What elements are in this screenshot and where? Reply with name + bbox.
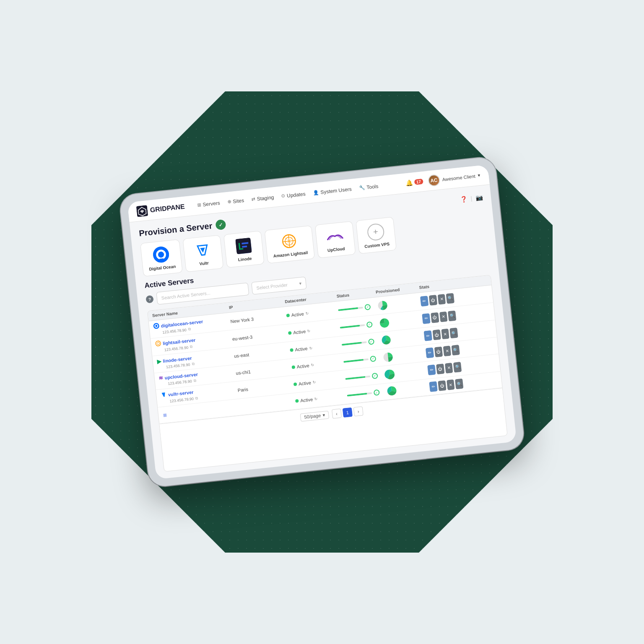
main-content: Provision a Server ✓ ❓ | 📷: [130, 184, 517, 479]
delete-btn-do[interactable]: ✕: [437, 294, 446, 305]
video-icon[interactable]: 📷: [475, 194, 483, 201]
search-btn-vultr[interactable]: 🔍: [453, 361, 462, 372]
linode-logo-icon: L: [235, 237, 252, 254]
svg-rect-4: [158, 260, 161, 262]
edit-btn-ls[interactable]: ✏: [422, 313, 430, 324]
check-circle-linode: ✓: [368, 338, 374, 345]
provider-card-custom[interactable]: + Custom VPS: [356, 217, 397, 254]
delete-btn-linode[interactable]: ✕: [441, 329, 449, 340]
user-name: Awesome Client: [442, 173, 475, 182]
pie-chart-upcloud[interactable]: [382, 351, 394, 363]
upcloud-provider-icon: ≋: [158, 375, 163, 381]
datacenter-ls: eu-west-3: [232, 331, 287, 342]
nav-item-system-users[interactable]: 👤 System Users: [313, 186, 352, 196]
svg-point-21: [157, 342, 160, 345]
active-servers-section: Active Servers ? Search Active Servers..…: [144, 246, 508, 472]
copy-icon-upcloud[interactable]: ⧉: [193, 378, 196, 383]
delete-btn-extra[interactable]: ✕: [447, 379, 455, 390]
check-circle-extra: ✓: [374, 390, 380, 396]
provider-card-upcloud[interactable]: UpCloud: [314, 221, 356, 258]
delete-btn-ls[interactable]: ✕: [439, 311, 448, 322]
search-btn-extra[interactable]: 🔍: [455, 379, 463, 390]
provider-card-linode[interactable]: L Linode: [223, 231, 265, 268]
status-text-do: Active: [291, 311, 304, 317]
custom-vps-circle-icon: +: [366, 223, 385, 241]
nav-item-sites[interactable]: ⊕ Sites: [227, 197, 244, 205]
copy-icon-linode[interactable]: ⧉: [192, 361, 195, 366]
section-title: Active Servers: [144, 276, 195, 290]
svg-point-17: [153, 323, 159, 329]
staging-icon: ⇄: [251, 196, 255, 202]
edit-btn-vultr[interactable]: ✏: [427, 364, 436, 375]
power-btn-upcloud[interactable]: ⏻: [434, 346, 442, 357]
search-btn-upcloud[interactable]: 🔍: [452, 345, 460, 356]
refresh-icon-vultr[interactable]: ↻: [312, 380, 316, 384]
search-btn-linode[interactable]: 🔍: [450, 327, 458, 338]
info-icon[interactable]: ?: [145, 295, 154, 304]
per-page-selector[interactable]: 50/page ▾: [300, 410, 329, 421]
title-check-icon: ✓: [215, 219, 226, 230]
power-btn-extra[interactable]: ⏻: [438, 380, 446, 391]
custom-vps-logo: +: [366, 223, 385, 241]
sites-label: Sites: [233, 197, 244, 204]
power-btn-linode[interactable]: ⏻: [432, 330, 441, 340]
th-status: Status: [336, 290, 374, 299]
nav-item-servers[interactable]: ⊞ Servers: [197, 200, 221, 208]
pie-chart-extra[interactable]: [386, 385, 398, 397]
status-text-extra: Active: [300, 397, 313, 403]
linode-logo: L: [234, 236, 253, 255]
refresh-icon-upcloud[interactable]: ↻: [311, 363, 314, 367]
search-btn-ls[interactable]: 🔍: [448, 310, 456, 321]
power-btn-do[interactable]: ⏻: [429, 295, 437, 306]
pie-chart-vultr[interactable]: [384, 368, 396, 380]
pie-chart-linode[interactable]: [380, 334, 392, 346]
refresh-icon-linode[interactable]: ↻: [309, 346, 313, 351]
servers-icon: ⊞: [197, 202, 201, 208]
stats-ls: [379, 314, 421, 329]
nav-item-staging[interactable]: ⇄ Staging: [251, 194, 274, 203]
provider-select[interactable]: Select Provider ▾: [251, 277, 306, 295]
copy-icon-do[interactable]: ⧉: [188, 327, 191, 332]
status-text-vultr: Active: [298, 380, 311, 386]
actions-linode: ✏ ⏻ ✕ 🔍: [424, 327, 458, 341]
nav-item-updates[interactable]: ⊙ Updates: [281, 191, 306, 199]
search-btn-do[interactable]: 🔍: [446, 293, 454, 304]
edit-btn-do[interactable]: ✏: [420, 296, 428, 306]
refresh-icon-ls[interactable]: ↻: [307, 328, 311, 333]
edit-btn-upcloud[interactable]: ✏: [426, 347, 434, 358]
copy-icon-ls[interactable]: ⧉: [190, 345, 193, 350]
provisioned-do: ✓: [338, 303, 376, 313]
provider-card-vultr[interactable]: Vultr: [182, 235, 223, 272]
pie-chart-do[interactable]: [377, 299, 389, 312]
edit-btn-extra[interactable]: ✏: [429, 381, 437, 392]
status-text-upcloud: Active: [296, 363, 309, 369]
stats-upcloud: [382, 348, 425, 363]
copy-icon-vultr[interactable]: ⧉: [195, 396, 198, 401]
provider-card-digitalocean[interactable]: Digital Ocean: [140, 239, 183, 277]
prev-page-btn[interactable]: ‹: [332, 408, 342, 418]
refresh-icon-do[interactable]: ↻: [305, 311, 309, 316]
stats-extra: [386, 382, 428, 397]
linode-name: Linode: [238, 256, 252, 262]
help-icon[interactable]: ❓: [460, 195, 468, 203]
edit-btn-linode[interactable]: ✏: [424, 330, 432, 341]
power-btn-vultr[interactable]: ⏻: [436, 364, 444, 374]
nav-right: 🔔 17 AC Awesome Client ▾: [405, 169, 481, 189]
nav-item-tools[interactable]: 🔧 Tools: [359, 183, 379, 191]
custom-vps-name: Custom VPS: [364, 242, 390, 249]
notifications[interactable]: 🔔 17: [405, 178, 423, 187]
power-btn-ls[interactable]: ⏻: [431, 312, 439, 323]
page-1-btn[interactable]: 1: [343, 408, 353, 418]
delete-btn-vultr[interactable]: ✕: [444, 363, 453, 374]
provider-card-lightsail[interactable]: Amazon Lightsail: [264, 225, 315, 263]
status-dot-extra: [295, 399, 299, 403]
vultr-name: Vultr: [199, 260, 209, 266]
user-menu[interactable]: AC Awesome Client ▾: [427, 169, 481, 187]
next-page-btn[interactable]: ›: [353, 406, 364, 416]
delete-btn-upcloud[interactable]: ✕: [443, 345, 451, 356]
status-vultr: Active ↻: [293, 377, 344, 387]
refresh-icon-extra[interactable]: ↻: [314, 397, 318, 401]
pie-chart-ls[interactable]: [379, 317, 391, 329]
provisioned-upcloud: ✓: [343, 355, 381, 364]
lightsail-logo: [280, 232, 299, 250]
